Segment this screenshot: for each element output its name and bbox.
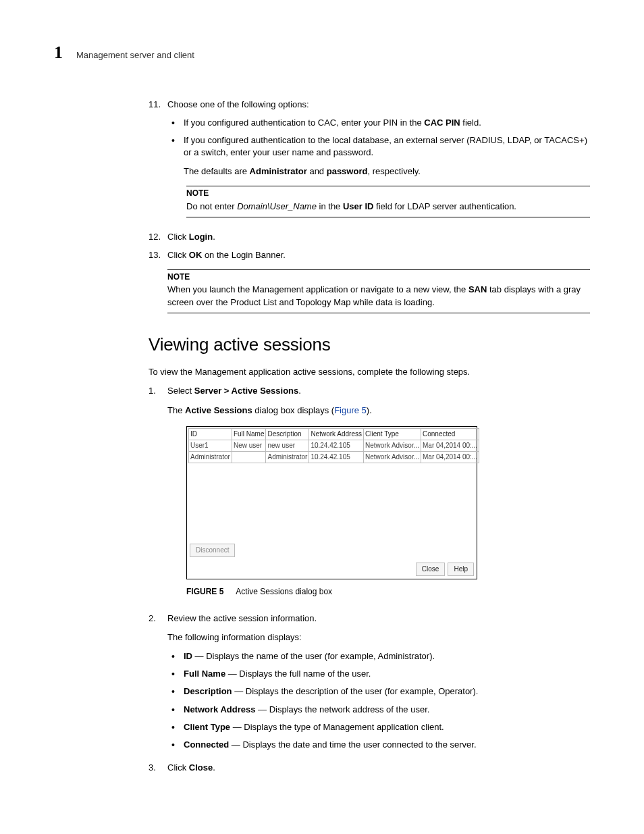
step-num: 13. bbox=[149, 249, 167, 261]
note-block: NOTE When you launch the Management appl… bbox=[167, 269, 590, 313]
step-1: 1. Select Server > Active Sessions. The … bbox=[149, 385, 590, 606]
table-row: Administrator Administrator 10.24.42.105… bbox=[189, 451, 479, 463]
step-num: 3. bbox=[149, 762, 167, 774]
table-header-row: ID Full Name Description Network Address… bbox=[189, 428, 479, 440]
disconnect-button[interactable]: Disconnect bbox=[190, 544, 235, 557]
step-num: 12. bbox=[149, 231, 167, 243]
section-intro: To view the Management application activ… bbox=[149, 366, 590, 378]
col-header: Connected bbox=[421, 428, 479, 440]
step-num: 1. bbox=[149, 385, 167, 606]
step-3: 3. Click Close. bbox=[149, 762, 590, 774]
chapter-header: 1 Management server and client bbox=[54, 41, 590, 65]
figure-link[interactable]: Figure 5 bbox=[334, 405, 367, 415]
sessions-table: ID Full Name Description Network Address… bbox=[188, 428, 479, 463]
help-button[interactable]: Help bbox=[448, 563, 474, 576]
step-num: 11. bbox=[149, 99, 167, 226]
bullet: Full Name — Displays the full name of th… bbox=[184, 668, 590, 680]
bullet: ID — Displays the name of the user (for … bbox=[184, 650, 590, 662]
chapter-name: Management server and client bbox=[76, 49, 194, 61]
figure-5: ID Full Name Description Network Address… bbox=[186, 426, 590, 598]
bullet: Client Type — Displays the type of Manag… bbox=[184, 721, 590, 733]
dialog-screenshot: ID Full Name Description Network Address… bbox=[186, 426, 477, 579]
figure-caption: FIGURE 5Active Sessions dialog box bbox=[186, 586, 590, 598]
bullet: Network Address — Displays the network a… bbox=[184, 704, 590, 716]
note-title: NOTE bbox=[167, 271, 590, 283]
bullet: Description — Displays the description o… bbox=[184, 685, 590, 698]
page-content: 11. Choose one of the following options:… bbox=[149, 99, 590, 774]
step-11: 11. Choose one of the following options:… bbox=[149, 99, 590, 226]
col-header: ID bbox=[189, 428, 232, 440]
chapter-number: 1 bbox=[54, 41, 63, 65]
note-block: NOTE Do not enter Domain\User_Name in th… bbox=[186, 186, 590, 217]
step-num: 2. bbox=[149, 613, 167, 757]
table-row: User1 New user new user 10.24.42.105 Net… bbox=[189, 440, 479, 451]
section-heading: Viewing active sessions bbox=[149, 332, 590, 357]
col-header: Full Name bbox=[232, 428, 266, 440]
bullet: Connected — Displays the date and time t… bbox=[184, 739, 590, 751]
col-header: Description bbox=[266, 428, 309, 440]
step-12: 12. Click Login. bbox=[149, 231, 590, 243]
bullet: If you configured authentication to CAC,… bbox=[184, 117, 590, 129]
note-title: NOTE bbox=[186, 188, 590, 199]
col-header: Client Type bbox=[363, 428, 421, 440]
step-2: 2. Review the active session information… bbox=[149, 613, 590, 757]
bullet: If you configured authentication to the … bbox=[184, 134, 590, 159]
close-button[interactable]: Close bbox=[416, 563, 446, 576]
col-header: Network Address bbox=[309, 428, 364, 440]
step-lead: Choose one of the following options: bbox=[167, 99, 309, 109]
step-13: 13. Click OK on the Login Banner. bbox=[149, 249, 590, 261]
